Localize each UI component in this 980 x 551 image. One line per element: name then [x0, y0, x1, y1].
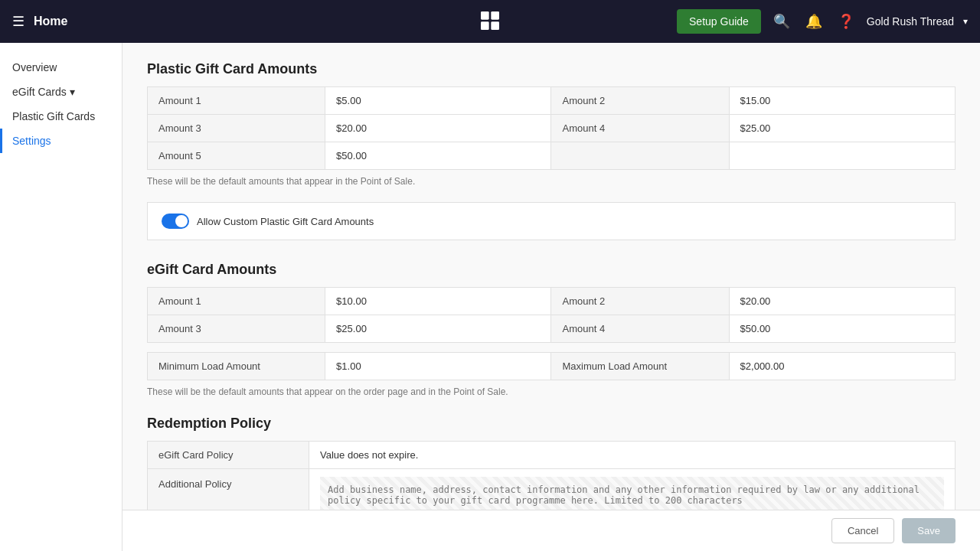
table-row: Amount 3 $20.00 Amount 4 $25.00: [148, 115, 956, 142]
egift-amount2-label: Amount 2: [551, 288, 729, 315]
table-row: Amount 5 $50.00: [148, 142, 956, 170]
amount6-label: [551, 142, 729, 170]
max-load-label: Maximum Load Amount: [551, 353, 729, 380]
nav-right-section: Setup Guide 🔍 🔔 ❓ Gold Rush Thread ▾: [677, 9, 968, 34]
custom-amounts-toggle-section: Allow Custom Plastic Gift Card Amounts: [147, 202, 956, 240]
toggle-thumb: [175, 215, 188, 227]
egift-card-section: eGift Card Amounts Amount 1 $10.00 Amoun…: [147, 262, 956, 397]
plastic-gift-card-title: Plastic Gift Card Amounts: [147, 61, 956, 77]
table-row: Minimum Load Amount $1.00 Maximum Load A…: [148, 353, 956, 380]
egift-amount4-label: Amount 4: [551, 315, 729, 343]
amount2-value: $15.00: [729, 87, 955, 115]
plastic-gift-card-section: Plastic Gift Card Amounts Amount 1 $5.00…: [147, 61, 956, 240]
amount2-label: Amount 2: [551, 87, 729, 115]
store-chevron-icon: ▾: [963, 16, 968, 27]
min-load-label: Minimum Load Amount: [148, 353, 325, 380]
notifications-icon[interactable]: 🔔: [802, 10, 825, 33]
sidebar-item-settings[interactable]: Settings: [0, 129, 122, 153]
amount4-label: Amount 4: [551, 115, 729, 142]
plastic-amounts-table: Amount 1 $5.00 Amount 2 $15.00 Amount 3 …: [147, 86, 956, 170]
menu-icon[interactable]: ☰: [12, 13, 24, 30]
sidebar: Overview eGift Cards ▾ Plastic Gift Card…: [0, 43, 122, 551]
egift-amount4-value: $50.00: [729, 315, 955, 343]
egift-policy-label: eGift Card Policy: [148, 442, 309, 469]
store-name[interactable]: Gold Rush Thread: [867, 15, 954, 28]
sidebar-label-overview: Overview: [12, 61, 57, 73]
plastic-hint: These will be the default amounts that a…: [147, 176, 956, 187]
amount3-value: $20.00: [325, 115, 551, 142]
custom-amounts-toggle-label: Allow Custom Plastic Gift Card Amounts: [197, 216, 374, 227]
table-row: Amount 1 $10.00 Amount 2 $20.00: [148, 288, 956, 315]
max-load-value: $2,000.00: [729, 353, 955, 380]
redemption-policy-title: Redemption Policy: [147, 416, 956, 432]
amount6-value: [729, 142, 955, 170]
page-layout: Overview eGift Cards ▾ Plastic Gift Card…: [0, 43, 980, 551]
egift-amount3-label: Amount 3: [148, 315, 325, 343]
custom-amounts-toggle[interactable]: [162, 214, 189, 229]
amount1-value: $5.00: [325, 87, 551, 115]
top-navigation: ☰ Home Setup Guide 🔍 🔔 ❓ Gold Rush Threa…: [0, 0, 980, 43]
sidebar-item-egift-cards[interactable]: eGift Cards ▾: [0, 80, 122, 104]
table-row: Amount 3 $25.00 Amount 4 $50.00: [148, 315, 956, 343]
amount5-label: Amount 5: [148, 142, 325, 170]
egift-amounts-table: Amount 1 $10.00 Amount 2 $20.00 Amount 3…: [147, 287, 956, 343]
help-icon[interactable]: ❓: [835, 10, 858, 33]
amount4-value: $25.00: [729, 115, 955, 142]
svg-rect-0: [481, 11, 489, 20]
egift-amount3-value: $25.00: [325, 315, 551, 343]
sidebar-label-plastic: Plastic Gift Cards: [12, 110, 95, 122]
main-content: Plastic Gift Card Amounts Amount 1 $5.00…: [122, 43, 980, 551]
svg-rect-3: [491, 21, 499, 30]
egift-chevron-icon: ▾: [70, 86, 75, 98]
svg-rect-2: [481, 21, 489, 30]
policy-row-egift: eGift Card Policy Value does not expire.: [148, 442, 956, 469]
home-title[interactable]: Home: [34, 15, 67, 28]
egift-card-title: eGift Card Amounts: [147, 262, 956, 278]
svg-rect-1: [491, 11, 499, 20]
sidebar-label-egift-cards: eGift Cards: [12, 86, 67, 98]
egift-amount1-label: Amount 1: [148, 288, 325, 315]
sidebar-label-settings: Settings: [12, 135, 51, 147]
amount5-value: $50.00: [325, 142, 551, 170]
egift-amount1-value: $10.00: [325, 288, 551, 315]
search-icon[interactable]: 🔍: [770, 10, 793, 33]
table-row: Amount 1 $5.00 Amount 2 $15.00: [148, 87, 956, 115]
sidebar-item-plastic-gift-cards[interactable]: Plastic Gift Cards: [0, 104, 122, 129]
amount1-label: Amount 1: [148, 87, 325, 115]
egift-hint: These will be the default amounts that a…: [147, 386, 956, 397]
save-button[interactable]: Save: [902, 518, 956, 543]
sidebar-item-overview[interactable]: Overview: [0, 55, 122, 80]
app-logo: [478, 8, 502, 35]
egift-amount2-value: $20.00: [729, 288, 955, 315]
egift-policy-value: Value does not expire.: [309, 442, 956, 469]
load-amounts-table: Minimum Load Amount $1.00 Maximum Load A…: [147, 352, 956, 380]
min-load-value: $1.00: [325, 353, 551, 380]
amount3-label: Amount 3: [148, 115, 325, 142]
setup-guide-button[interactable]: Setup Guide: [677, 9, 761, 34]
footer-bar: Cancel Save: [122, 510, 980, 551]
cancel-button[interactable]: Cancel: [831, 518, 894, 543]
